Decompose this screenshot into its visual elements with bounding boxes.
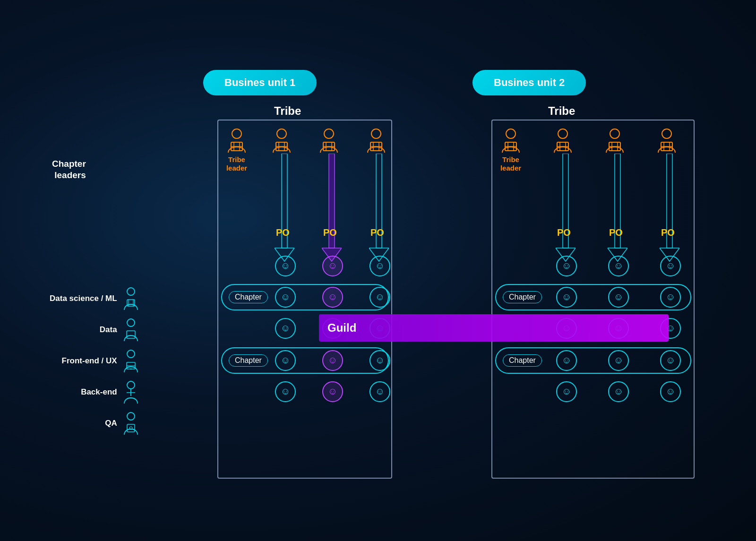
tribe1-data-chapter-band: Chapter xyxy=(221,284,389,310)
svg-point-42 xyxy=(506,129,515,138)
tribe1-squad2-header xyxy=(317,128,341,153)
t1-qa-m1: ☺ xyxy=(275,381,296,402)
tribe2-s1-arrow xyxy=(556,154,576,262)
t2-ds-m3: ☺ xyxy=(660,256,681,276)
t1-ds-m2: ☺ xyxy=(322,256,343,276)
tribe2-leader-col: Tribeleader xyxy=(498,128,523,172)
t1-qa-m2: ☺ xyxy=(322,381,343,402)
tribe1-leader-col: Tribeleader xyxy=(224,128,249,172)
role-be: Back-end xyxy=(50,378,140,406)
role-data: Data xyxy=(50,316,140,343)
t1-fe-m1: ☺ xyxy=(275,318,296,339)
svg-rect-14 xyxy=(127,424,135,432)
bu2-button[interactable]: Busines unit 2 xyxy=(472,70,586,95)
tribe2-s2-person-icon xyxy=(602,128,627,153)
tribe1-s1-po: PO xyxy=(276,227,290,238)
svg-rect-1 xyxy=(127,300,135,306)
svg-point-57 xyxy=(662,129,671,138)
t2-qa-m3: ☺ xyxy=(660,381,681,402)
role-fe: Front-end / UX xyxy=(50,347,140,375)
tribe2-s1-po: PO xyxy=(557,227,571,238)
tribe2-s3-person-icon xyxy=(654,128,679,153)
tribe1-s1-arrow xyxy=(275,154,294,262)
tribe1-be-chapter-band: Chapter xyxy=(221,347,389,374)
chapter-leaders-label: Chapterleaders xyxy=(52,158,86,181)
tribe2-s3-po: PO xyxy=(661,227,675,238)
t1-qa-m3: ☺ xyxy=(369,381,390,402)
tribe2-squad2-header xyxy=(602,128,627,155)
tribe1-label: Tribe xyxy=(274,104,301,118)
fe-person-icon xyxy=(122,350,140,372)
svg-point-6 xyxy=(127,350,135,358)
tribe1-s1-person-icon xyxy=(269,128,294,153)
main-canvas: Busines unit 1 Busines unit 2 Tribe Trib… xyxy=(47,44,709,498)
t2-qa-m2: ☺ xyxy=(608,381,629,402)
tribe2-s3-arrow xyxy=(660,154,679,262)
tribe1-s2-person-icon xyxy=(317,128,341,153)
t2-ds-m1: ☺ xyxy=(556,256,577,276)
tribe2-squad3-header xyxy=(654,128,679,155)
bu1-button[interactable]: Busines unit 1 xyxy=(203,70,317,95)
t1-ds-m3: ☺ xyxy=(369,256,390,276)
tribe1-squad3-header xyxy=(364,128,388,153)
tribe2-label: Tribe xyxy=(548,104,575,118)
tribe1-s3-arrow xyxy=(369,154,389,262)
data-person-icon xyxy=(122,318,140,341)
tribe1-leader-icon xyxy=(224,128,249,153)
tribe1-squad1-header xyxy=(269,128,294,153)
role-qa: QA xyxy=(50,410,140,437)
svg-point-26 xyxy=(324,129,334,138)
be-person-icon xyxy=(122,381,140,404)
svg-point-4 xyxy=(127,319,135,326)
tribe2-be-chapter-band: Chapter xyxy=(495,347,691,374)
svg-point-47 xyxy=(558,129,567,138)
tribe2-s1-person-icon xyxy=(550,128,575,153)
ds-person-icon xyxy=(122,287,140,310)
left-roles: Data science / ML Data Front-end / UX xyxy=(50,285,140,437)
tribe2-s2-po: PO xyxy=(609,227,623,238)
t2-qa-m1: ☺ xyxy=(556,381,577,402)
tribe1-s2-arrow xyxy=(322,154,342,262)
svg-point-10 xyxy=(127,381,135,389)
tribe2-data-chapter-band: Chapter xyxy=(495,284,691,310)
svg-point-52 xyxy=(610,129,619,138)
svg-point-16 xyxy=(232,129,241,138)
tribe1-s3-person-icon xyxy=(364,128,388,153)
svg-point-21 xyxy=(277,129,286,138)
svg-point-0 xyxy=(127,288,135,295)
svg-rect-5 xyxy=(127,331,135,338)
tribe2-squad1-header xyxy=(550,128,575,155)
guild-band: Guild xyxy=(319,314,669,342)
tribe1-s2-po: PO xyxy=(323,227,337,238)
tribe2-s2-arrow xyxy=(608,154,627,262)
t2-ds-m2: ☺ xyxy=(608,256,629,276)
role-ds: Data science / ML xyxy=(50,285,140,312)
qa-person-icon xyxy=(122,412,140,435)
tribe2-leader-icon xyxy=(498,128,523,153)
svg-point-31 xyxy=(371,129,381,138)
tribe1-s3-po: PO xyxy=(370,227,384,238)
t1-ds-m1: ☺ xyxy=(275,256,296,276)
svg-point-13 xyxy=(127,412,135,420)
